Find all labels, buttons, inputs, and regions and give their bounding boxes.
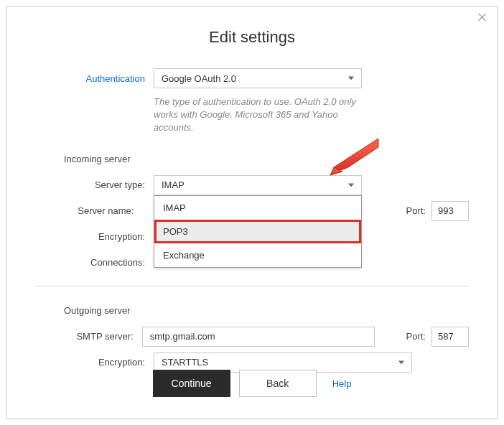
server-name-label: Server name: [35,205,142,216]
outgoing-encryption-value: STARTTLS [162,357,208,368]
option-pop3[interactable]: POP3 [154,220,361,243]
smtp-server-input[interactable] [142,327,375,347]
help-link[interactable]: Help [332,378,352,389]
server-type-label: Server type: [35,179,154,190]
chevron-down-icon [348,77,354,80]
divider [35,286,469,286]
smtp-server-label: SMTP server: [35,331,142,342]
server-type-select[interactable]: IMAP [154,175,362,195]
dialog-footer: Continue Back Help [6,370,498,397]
outgoing-port-input[interactable] [431,327,469,347]
authentication-value: Google OAuth 2.0 [162,73,236,84]
settings-dialog: Edit settings Authentication Google OAut… [6,6,498,419]
outgoing-header: Outgoing server [35,305,131,316]
option-pop3-label: POP3 [163,226,188,237]
incoming-encryption-label: Encryption: [35,231,154,242]
server-type-value: IMAP [162,179,185,190]
server-type-dropdown: IMAP POP3 Exchange [154,195,362,268]
incoming-port-label: Port: [406,205,426,216]
outgoing-port-label: Port: [406,331,426,342]
authentication-label: Authentication [35,73,154,84]
option-exchange[interactable]: Exchange [154,243,361,267]
incoming-header: Incoming server [35,154,130,164]
connections-label: Connections: [35,257,154,268]
chevron-down-icon [348,183,354,187]
back-button[interactable]: Back [239,370,317,397]
outgoing-encryption-label: Encryption: [35,357,154,368]
authentication-select[interactable]: Google OAuth 2.0 [154,68,362,88]
incoming-port-input[interactable] [431,201,469,221]
authentication-hint: The type of authentication to use. OAuth… [154,95,362,135]
dialog-title: Edit settings [6,28,498,47]
chevron-down-icon [398,360,404,364]
continue-button[interactable]: Continue [153,370,230,397]
option-imap[interactable]: IMAP [154,196,361,220]
close-icon[interactable] [477,12,487,22]
